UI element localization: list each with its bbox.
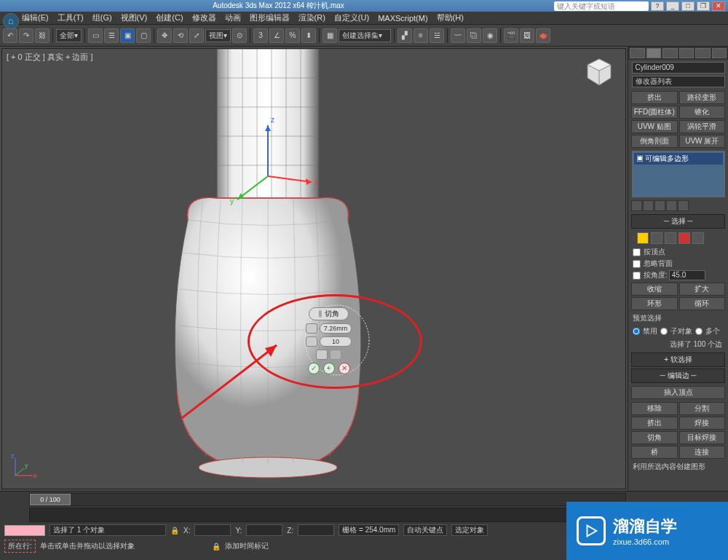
btn-taper[interactable]: 锥化	[679, 106, 726, 119]
menu-animation[interactable]: 动画	[225, 12, 241, 23]
angle-spinner[interactable]: 45.0	[669, 270, 705, 280]
radio-multi[interactable]	[695, 328, 703, 335]
caddy-amount-field[interactable]: 7.26mm	[320, 323, 352, 334]
time-slider-thumb[interactable]: 0 / 100	[30, 494, 71, 505]
angle-snap-button[interactable]: ∠	[269, 28, 284, 43]
maximize-button[interactable]: □	[681, 1, 695, 11]
link-button[interactable]: ⛓	[35, 28, 50, 43]
tab-hierarchy[interactable]	[662, 48, 678, 58]
restore2-button[interactable]: ❐	[697, 1, 710, 11]
chk-by-vertex[interactable]: 按顶点	[628, 246, 728, 258]
script-listener[interactable]	[4, 525, 45, 536]
menu-tools[interactable]: 工具(T)	[58, 12, 84, 23]
caddy-amount-icon[interactable]: ▦	[306, 323, 317, 334]
caddy-segments-field[interactable]: 10	[320, 336, 352, 347]
app-icon[interactable]: ⌂	[3, 13, 19, 29]
menu-graph[interactable]: 图形编辑器	[250, 12, 290, 23]
move-button[interactable]: ✥	[157, 28, 172, 43]
show-end-button[interactable]	[643, 200, 654, 211]
menu-render[interactable]: 渲染(R)	[298, 12, 325, 23]
caddy-apply-button[interactable]: +	[323, 363, 335, 374]
subobj-poly[interactable]	[678, 232, 690, 244]
btn-turbosmooth[interactable]: 涡轮平滑	[679, 120, 726, 133]
btn-split[interactable]: 分割	[679, 402, 726, 415]
btn-insert-vertex[interactable]: 插入顶点	[631, 386, 725, 399]
subobj-element[interactable]	[692, 232, 704, 244]
window-crossing-button[interactable]: ▢	[136, 28, 151, 43]
chk-ignore-backface[interactable]: 忽略背面	[628, 258, 728, 269]
render-button[interactable]: 🫖	[536, 28, 550, 43]
menu-views[interactable]: 视图(V)	[121, 12, 148, 23]
named-sel-button[interactable]: ▦	[323, 28, 337, 43]
select-region-button[interactable]: ▣	[120, 28, 135, 43]
curve-editor-button[interactable]: 〰	[451, 28, 465, 43]
search-input[interactable]: 键入关键字或短语	[554, 1, 649, 11]
btn-connect[interactable]: 连接	[679, 446, 726, 459]
caddy-option2-icon[interactable]: ⊘	[330, 350, 341, 360]
remove-mod-button[interactable]	[666, 200, 677, 211]
btn-ffd[interactable]: FFD(圆柱体)	[631, 106, 678, 119]
menu-group[interactable]: 组(G)	[92, 12, 112, 23]
select-name-button[interactable]: ☰	[104, 28, 119, 43]
object-name-field[interactable]: Cylinder009	[632, 62, 725, 74]
help-button[interactable]: ?	[651, 1, 664, 11]
tab-display[interactable]	[695, 48, 711, 58]
named-sel-dropdown[interactable]: 创建选择集▾	[339, 29, 391, 42]
btn-bridge[interactable]: 桥	[631, 446, 678, 459]
btn-targetweld[interactable]: 目标焊接	[679, 431, 726, 444]
menu-create[interactable]: 创建(C)	[156, 12, 183, 23]
menu-maxscript[interactable]: MAXScript(M)	[378, 14, 427, 23]
selection-filter[interactable]: 全部 ▾	[56, 29, 82, 42]
btn-bevelprofile[interactable]: 倒角剖面	[631, 135, 678, 148]
refcoord-dropdown[interactable]: 视图 ▾	[205, 29, 231, 42]
menu-customize[interactable]: 自定义(U)	[334, 12, 369, 23]
btn-uvwmap[interactable]: UVW 贴图	[631, 120, 678, 133]
pivot-button[interactable]: ⊙	[232, 28, 247, 43]
time-slider[interactable]: 0 / 100	[29, 493, 626, 506]
stack-item-editpoly[interactable]: ▣ 可编辑多边形	[634, 153, 723, 165]
spinner-snap-button[interactable]: ⬍	[301, 28, 316, 43]
caddy-ok-button[interactable]: ✓	[308, 363, 320, 374]
btn-loop[interactable]: 循环	[679, 297, 726, 310]
snap-button[interactable]: 3	[253, 28, 268, 43]
rotate-button[interactable]: ⟲	[173, 28, 188, 43]
btn-weld[interactable]: 焊接	[679, 417, 726, 430]
modifier-stack[interactable]: ▣ 可编辑多边形	[632, 151, 725, 197]
radio-subobj[interactable]	[660, 328, 668, 335]
menu-help[interactable]: 帮助(H)	[437, 12, 464, 23]
btn-uvwunwrap[interactable]: UVW 展开	[679, 135, 726, 148]
viewport[interactable]: [ + 0 正交 ] 真实 + 边面 ]	[1, 48, 626, 489]
autokey-button[interactable]: 自动关键点	[403, 524, 447, 536]
configure-button[interactable]	[678, 200, 689, 211]
subobj-vertex[interactable]	[637, 232, 649, 244]
scale-button[interactable]: ⤢	[189, 28, 204, 43]
track-bar[interactable]	[29, 508, 626, 522]
subobj-edge[interactable]	[651, 232, 662, 244]
btn-ring[interactable]: 环形	[631, 297, 678, 310]
tab-create[interactable]	[630, 48, 645, 58]
btn-shrink[interactable]: 收缩	[631, 283, 678, 296]
percent-snap-button[interactable]: %	[285, 28, 300, 43]
redo-button[interactable]: ↷	[19, 28, 33, 43]
render-frame-button[interactable]: 🖼	[520, 28, 534, 43]
radio-disable[interactable]	[633, 328, 640, 335]
tab-utilities[interactable]	[712, 48, 727, 58]
y-field[interactable]	[246, 524, 282, 536]
align-button[interactable]: ≡	[414, 28, 428, 43]
mirror-button[interactable]: ▞	[397, 28, 412, 43]
material-button[interactable]: ◉	[483, 28, 497, 43]
x-field[interactable]	[194, 524, 231, 536]
rollout-softsel[interactable]: + 软选择	[631, 352, 725, 367]
caddy-cancel-button[interactable]: ✕	[339, 363, 350, 374]
btn-chamfer[interactable]: 切角	[631, 431, 678, 444]
tab-modify[interactable]	[646, 48, 662, 58]
btn-grow[interactable]: 扩大	[679, 283, 726, 296]
rollout-editedge[interactable]: ─ 编辑边 ─	[631, 368, 725, 383]
z-field[interactable]	[298, 524, 334, 536]
caddy-option1-icon[interactable]: ◫	[316, 350, 328, 360]
viewcube[interactable]	[583, 56, 615, 88]
viewport-label[interactable]: [ + 0 正交 ] 真实 + 边面 ]	[7, 52, 93, 63]
btn-remove[interactable]: 移除	[631, 402, 678, 415]
undo-button[interactable]: ↶	[3, 28, 17, 43]
selkey-dropdown[interactable]: 选定对象	[451, 524, 488, 536]
